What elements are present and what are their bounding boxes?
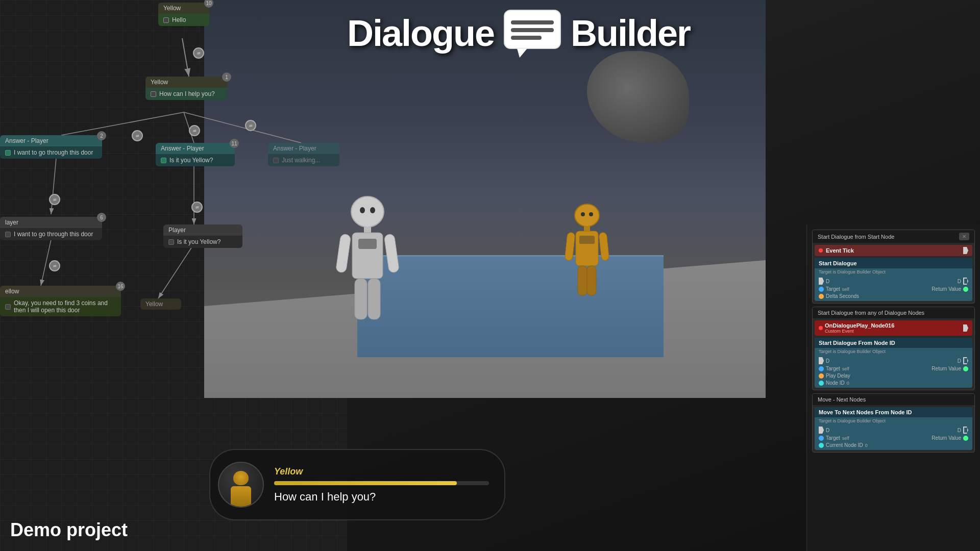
node-checkbox-6[interactable]: [5, 232, 11, 237]
pin-D-right-3: D: [958, 427, 968, 434]
scene-rock: [587, 51, 689, 143]
currentnodeid-pin: [819, 443, 824, 448]
node-checkbox-5[interactable]: [273, 158, 279, 163]
svg-rect-5: [358, 239, 377, 249]
on-dialogue-play-event-title: OnDialoguePlay_Node016 Custom Event: [815, 320, 972, 336]
dialogue-progress-fill: [274, 481, 457, 485]
node-checkbox-4[interactable]: [161, 158, 166, 163]
bp-section-move-next-header: Move - Next Nodes: [813, 394, 974, 405]
start-dialogue-node[interactable]: Start Dialogue Target is Dialogue Builde…: [815, 258, 972, 301]
logo-dialogue: Dialogue: [347, 12, 494, 54]
node-answer3[interactable]: Answer - Player Just walking...: [268, 143, 339, 166]
custom-event-dot: [819, 326, 823, 330]
svg-point-1: [360, 207, 365, 213]
pin-row-exec-3: D D: [819, 427, 968, 434]
svg-rect-19: [587, 266, 596, 295]
node-checkbox-3[interactable]: [5, 150, 11, 156]
start-dialogue-node-subtitle: Target is Dialogue Builder Object: [815, 268, 972, 276]
pin-target-left-3: Target self: [819, 435, 849, 441]
bp-section-start-close-btn[interactable]: ✕: [959, 233, 969, 240]
svg-rect-3: [364, 227, 371, 233]
node-yellow-mid-badge: 1: [222, 72, 231, 82]
node-answer3-label: Answer - Player: [273, 145, 316, 152]
exec-pin-in-3: [819, 427, 824, 434]
start-dialogue-node-body: D D Target self Return Value: [815, 276, 972, 301]
node-yellow-bottom[interactable]: ellow 16 Okay, you need to find 3 coins …: [0, 286, 121, 316]
node-checkbox-7[interactable]: [168, 239, 174, 245]
bp-section-start-any: Start Dialogue from any of Dialogue Node…: [812, 307, 975, 390]
pin-D-left-3: D: [819, 427, 829, 434]
start-dialogue-node-id[interactable]: Start Dialogue From Node ID Target is Di…: [815, 338, 972, 388]
event-tick-node[interactable]: Event Tick: [815, 245, 972, 256]
bp-section-start-dialogue-title: Start Dialogue from Start Node: [818, 234, 894, 240]
node-answer3-text: Just walking...: [282, 157, 320, 164]
logo-speech-bubble-icon: [502, 8, 563, 59]
move-to-next-nodes-title: Move To Next Nodes From Node ID: [815, 407, 972, 417]
node-yellow-top-label: Yellow: [163, 5, 181, 12]
svg-point-0: [351, 196, 384, 227]
node-yellow-stub[interactable]: Yellow: [140, 298, 181, 310]
pin-row-exec: D D: [819, 278, 968, 285]
node-answer1-label: Answer - Player: [5, 137, 48, 144]
node-yellow-mid-label: Yellow: [151, 79, 168, 86]
dialogue-box: Yellow How can I help you?: [209, 449, 505, 520]
svg-rect-17: [599, 232, 609, 261]
connector-1: ⇌: [193, 47, 204, 59]
bp-section-move-next-title: Move - Next Nodes: [818, 396, 866, 403]
node-yellow-top[interactable]: Yellow 10 Hello: [158, 3, 209, 26]
node-yellow-mid-text: How can I help you?: [159, 90, 215, 97]
node-checkbox-8[interactable]: [5, 304, 11, 310]
node-answer2-label: Answer - Player: [161, 145, 204, 152]
pin-D-right: D: [958, 278, 968, 285]
svg-point-2: [370, 207, 375, 213]
on-dialogue-play-name: OnDialoguePlay_Node016: [825, 322, 894, 329]
bp-section-start-any-header: Start Dialogue from any of Dialogue Node…: [813, 307, 974, 318]
pin-row-target-3: Target self Return Value: [819, 435, 968, 441]
node-checkbox-2[interactable]: [151, 91, 156, 97]
svg-rect-22: [511, 20, 554, 24]
return-pin: [963, 287, 968, 292]
return-pin-3: [963, 436, 968, 441]
node-answer1[interactable]: Answer - Player 2 I want to go through t…: [0, 135, 102, 159]
svg-rect-23: [511, 28, 554, 32]
node-player-repeat-label: layer: [5, 219, 18, 226]
pin-currentnodeid-left: Current Node ID 0: [819, 442, 868, 448]
delta-pin: [819, 294, 824, 299]
svg-rect-16: [565, 232, 575, 261]
bp-section-start-any-title: Start Dialogue from any of Dialogue Node…: [818, 310, 924, 316]
node-yellow-bottom-label: ellow: [5, 288, 19, 295]
node-answer2[interactable]: Answer - Player 11 Is it you Yellow?: [156, 143, 235, 166]
move-to-next-nodes-node[interactable]: Move To Next Nodes From Node ID Target i…: [815, 407, 972, 450]
on-dialogue-play-subtitle: Custom Event: [825, 329, 894, 334]
node-checkbox[interactable]: [163, 17, 169, 23]
nodeid-pin: [819, 381, 824, 386]
pin-nodeid-left: Node ID 0: [819, 380, 849, 386]
on-dialogue-play-event-node[interactable]: OnDialoguePlay_Node016 Custom Event: [815, 320, 972, 336]
return-pin-2: [963, 366, 968, 371]
target-pin-3: [819, 436, 824, 441]
dialogue-progress-bar: [274, 481, 489, 485]
svg-point-10: [575, 204, 599, 227]
node-answer2-text: Is it you Yellow?: [169, 157, 213, 164]
event-dot: [819, 248, 823, 253]
svg-rect-18: [578, 266, 587, 295]
node-player-repeat-badge: 6: [97, 213, 106, 222]
pin-row-delta: Delta Seconds: [819, 293, 968, 299]
right-panel: Start Dialogue from Start Node ✕ Event T…: [806, 224, 980, 551]
pin-return-right-2: Return Value: [932, 366, 968, 371]
node-yellow-top-text: Hello: [172, 16, 186, 23]
svg-rect-24: [511, 36, 542, 40]
node-player2-text: Is it you Yellow?: [177, 238, 220, 245]
pin-row-nodeid: Node ID 0: [819, 380, 968, 386]
start-dialogue-node-id-body: D D Target self Return Value: [815, 355, 972, 388]
node-yellow-mid[interactable]: Yellow 1 How can I help you?: [145, 77, 227, 100]
node-player-repeat[interactable]: layer 6 I want to go through this door: [0, 217, 102, 240]
connector-3: ⇌: [189, 125, 200, 136]
pin-D-left: D: [819, 278, 829, 285]
node-player2[interactable]: Player Is it you Yellow?: [163, 224, 242, 248]
logo-builder: Builder: [571, 12, 690, 54]
dialogue-speaker: Yellow: [274, 466, 489, 477]
exec-pin-in-2: [819, 357, 824, 364]
robot-white: [332, 189, 403, 321]
logo-area: Dialogue Builder: [347, 8, 690, 59]
